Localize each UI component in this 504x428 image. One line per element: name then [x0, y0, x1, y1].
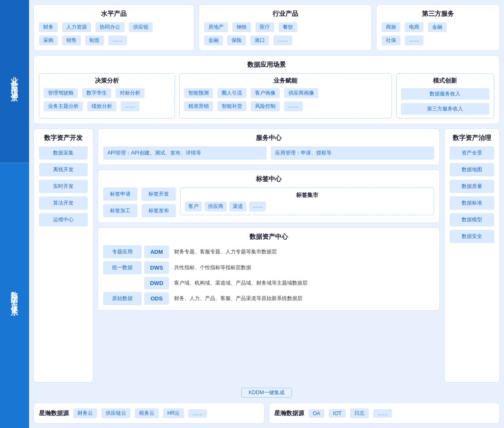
business-title: 业务赋能 — [184, 77, 387, 85]
business-card: 业务赋能 智能预测 圈人引流 客户画像 供应商画像 精准营销 智能补货 风险控制… — [179, 73, 391, 119]
tag-fangdichan: 房地产 — [204, 22, 228, 32]
tag-jingzhun: 精准营销 — [184, 101, 213, 111]
mode-card: 模式创新 数据服务收入 第三方服务收入 — [396, 73, 494, 119]
dev-item-1: 离线开发 — [39, 163, 88, 176]
gov-item-5: 数据安全 — [450, 230, 494, 243]
tag-market-title: 标签集市 — [185, 191, 430, 199]
tag-gangtiee: 钢铁 — [232, 22, 251, 32]
right-content: 水平产品 财务 人力资源 协同办公 供应链 采购 销售 制造 …… 行业产品 — [29, 0, 504, 428]
tag-jinrong-ind: 金融 — [204, 36, 223, 45]
asset-row-2: DWD 客户域、机构域、渠道域、产品域、财务域等主题域数据层 — [103, 277, 434, 289]
tag-gongyingshang-hua: 供应商画像 — [284, 88, 318, 98]
service-center-card: 服务中心 API管理：API创建、测试、发布、详情等 应用管理：申请、授权等 — [98, 128, 440, 165]
tag-publish: 标签发布 — [142, 204, 176, 217]
tag-center-inner: 标签申请 标签加工 标签开发 标签发布 标签集市 客户 — [103, 187, 434, 217]
dev-item-4: 运维中心 — [39, 213, 88, 226]
sidebar-section-platform: 数据中台体系 — [0, 163, 29, 428]
tag-xietong: 协同办公 — [95, 22, 125, 32]
decision-row1: 管理驾驶舱 数字孪生 对标分析 — [44, 88, 170, 98]
service-center-row: API管理：API创建、测试、发布、详情等 应用管理：申请、授权等 — [103, 146, 434, 160]
third-party-card: 第三方服务 商旅 电商 金融 社保 …… — [376, 4, 500, 51]
tag-zhizao: 制造 — [85, 36, 104, 45]
dev-items: 数据采集 离线开发 实时开发 算法开发 运维中心 — [39, 146, 88, 226]
tag-guanli: 管理驾驶舱 — [44, 88, 78, 98]
asset-row-1: 统一数据 DWS 共性指标、个性指标等指标层数据 — [103, 261, 434, 274]
bottom-left-item-1: 供应链云 — [101, 408, 130, 418]
tag-gongyinglian: 供应链 — [129, 22, 153, 32]
tag-more-b: …… — [284, 101, 303, 111]
industry-products-title: 行业产品 — [204, 10, 366, 18]
tag-dev: 标签开发 — [142, 187, 176, 201]
gov-item-4: 数据模型 — [450, 213, 494, 226]
tag-left-col: 标签申请 标签加工 — [103, 187, 137, 217]
tag-more-d: …… — [121, 101, 139, 111]
horizontal-row2: 采购 销售 制造 …… — [39, 36, 189, 45]
industry-products-card: 行业产品 房地产 钢铁 医疗 餐饮 金融 保险 港口 …… — [199, 4, 372, 51]
asset-desc-1: 共性指标、个性指标等指标层数据 — [172, 262, 434, 273]
governance-card: 数字资产治理 资产全景 数据地图 数据质量 数据标准 数据模型 数据安全 — [444, 128, 500, 383]
third-party-title: 第三方服务 — [382, 10, 494, 18]
decision-card: 决策分析 管理驾驶舱 数字孪生 对标分析 业务主题分析 绩效分析 …… — [39, 73, 175, 119]
data-scene-inner: 决策分析 管理驾驶舱 数字孪生 对标分析 业务主题分析 绩效分析 …… 业务赋能 — [39, 73, 494, 119]
mode-title: 模式创新 — [401, 77, 489, 85]
tag-zhinen-pred: 智能预测 — [184, 88, 213, 98]
tag-more-3p: …… — [405, 36, 424, 45]
governance-title: 数字资产治理 — [450, 134, 494, 142]
tag-gongyingshang: 供应商 — [205, 202, 227, 211]
tag-yewu: 业务主题分析 — [44, 101, 83, 111]
asset-mid-1: DWS — [144, 262, 169, 274]
gov-item-3: 数据标准 — [450, 196, 494, 210]
tag-caiwu: 财务 — [39, 22, 58, 32]
bottom-right-item-3: …… — [373, 409, 392, 418]
tag-fengxian: 风险控制 — [251, 101, 280, 111]
decision-title: 决策分析 — [44, 77, 170, 85]
tag-center-card: 标签中心 标签申请 标签加工 标签开发 标签发布 — [98, 169, 440, 223]
tag-jixiao: 绩效分析 — [87, 101, 116, 111]
data-scene-title: 数据应用场景 — [39, 61, 494, 69]
horizontal-products-card: 水平产品 财务 人力资源 协同办公 供应链 采购 销售 制造 …… — [33, 4, 194, 51]
asset-left-1: 统一数据 — [103, 261, 142, 274]
tag-market-items: 客户 供应商 渠道 …… — [185, 202, 430, 211]
bottom-row: 星瀚数据源 财务云 供应链云 税务云 HR云 …… 星瀚数据源 OA IOT 日… — [33, 403, 500, 424]
bottom-left-item-4: …… — [188, 409, 207, 418]
tag-zhinen-bu: 智能补货 — [217, 101, 246, 111]
asset-row-0: 专题应用 ADM 财务专题、客服专题、人力专题等集市数据层 — [103, 245, 434, 259]
gov-item-1: 数据地图 — [450, 163, 494, 176]
app-management: 应用管理：申请、授权等 — [271, 146, 434, 160]
bottom-right-item-1: IOT — [329, 409, 346, 418]
tag-yiliao: 医疗 — [255, 22, 274, 32]
industry-row1: 房地产 钢铁 医疗 餐饮 — [204, 22, 366, 32]
decision-row2: 业务主题分析 绩效分析 …… — [44, 101, 170, 111]
dev-item-0: 数据采集 — [39, 146, 88, 160]
gov-item-0: 资产全景 — [450, 146, 494, 160]
tag-baoxian: 保险 — [227, 36, 246, 45]
dev-item-3: 算法开发 — [39, 196, 88, 210]
bottom-left-card: 星瀚数据源 财务云 供应链云 税务云 HR云 …… — [33, 403, 264, 424]
platform-section: 数字资产开发 数据采集 离线开发 实时开发 算法开发 运维中心 服务中心 API… — [33, 128, 500, 383]
asset-left-0: 专题应用 — [103, 245, 142, 259]
tag-shebao: 社保 — [382, 36, 400, 45]
kddm-label: KDDM一键集成 — [241, 388, 291, 398]
business-row1: 智能预测 圈人引流 客户画像 供应商画像 — [184, 88, 387, 98]
tag-third-service: 第三方服务收入 — [401, 103, 489, 115]
dev-card: 数字资产开发 数据采集 离线开发 实时开发 算法开发 运维中心 — [33, 128, 93, 383]
tag-renli: 人力资源 — [62, 22, 91, 32]
tag-kehu-hua: 客户画像 — [251, 88, 280, 98]
third-row2: 社保 …… — [382, 36, 494, 45]
platform-label: 数据中台体系 — [10, 285, 20, 306]
center-platform: 服务中心 API管理：API创建、测试、发布、详情等 应用管理：申请、授权等 标… — [98, 128, 440, 383]
asset-left-3: 原始数据 — [103, 292, 142, 305]
service-center-title: 服务中心 — [103, 134, 434, 142]
bottom-right-item-2: 日志 — [350, 408, 369, 418]
tag-gangkou: 港口 — [250, 36, 269, 45]
tag-quanren: 圈人引流 — [217, 88, 246, 98]
kddm-bar: KDDM一键集成 — [33, 387, 500, 398]
tag-process: 标签加工 — [103, 204, 137, 217]
asset-mid-0: ADM — [144, 246, 169, 258]
left-sidebar: 业务应用场景 数据中台体系 — [0, 0, 29, 428]
tag-market: 标签集市 客户 供应商 渠道 …… — [180, 187, 434, 215]
tag-dianshang: 电商 — [405, 22, 424, 32]
bottom-right-label: 星瀚数据源 — [274, 410, 304, 417]
tag-center-title: 标签中心 — [103, 175, 434, 183]
bottom-left-item-0: 财务云 — [73, 408, 97, 418]
